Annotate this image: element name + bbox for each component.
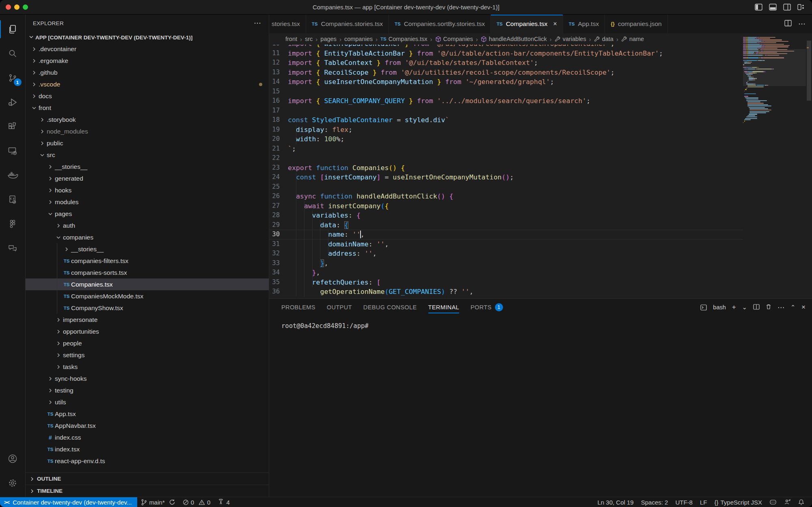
- activity-source-control-icon[interactable]: 1: [0, 66, 26, 90]
- close-panel-icon[interactable]: ×: [801, 303, 806, 311]
- breadcrumb-item-name[interactable]: name: [621, 36, 644, 42]
- close-window-button[interactable]: [6, 4, 11, 10]
- tree-folder-hooks[interactable]: hooks: [26, 184, 269, 196]
- toggle-sidebar-icon[interactable]: [755, 4, 762, 11]
- breadcrumb-item-companies-tsx[interactable]: TSCompanies.tsx: [380, 36, 428, 42]
- indentation-item[interactable]: Spaces: 2: [637, 497, 672, 507]
- problems-item[interactable]: 0 0: [179, 497, 214, 507]
- tab-stories-tsx[interactable]: stories.tsx: [269, 15, 306, 33]
- panel-more-actions-icon[interactable]: ⋯: [777, 303, 784, 312]
- activity-docker-icon[interactable]: [0, 163, 26, 188]
- tree-folder-public[interactable]: public: [26, 137, 269, 149]
- breadcrumb-item-data[interactable]: data: [594, 36, 613, 42]
- activity-explorer-icon[interactable]: [0, 17, 26, 41]
- tree-folder-tasks[interactable]: tasks: [26, 361, 269, 373]
- activity-figma-icon[interactable]: [0, 212, 26, 236]
- tree-folder-companies[interactable]: companies: [26, 231, 269, 243]
- tree-file-react-app-env-d-ts[interactable]: TSreact-app-env.d.ts: [26, 455, 269, 467]
- workspace-section-header[interactable]: APP [CONTAINER DEV-TWENTY-DEV (DEV-TWENT…: [26, 32, 269, 43]
- split-terminal-icon[interactable]: [753, 304, 760, 311]
- new-terminal-icon[interactable]: +: [732, 303, 736, 311]
- timeline-section[interactable]: TIMELINE: [26, 485, 269, 497]
- tree-folder-settings[interactable]: settings: [26, 349, 269, 361]
- tree-folder-utils[interactable]: utils: [26, 396, 269, 408]
- breadcrumb-item-companies[interactable]: companies: [344, 36, 373, 42]
- panel-tab-problems[interactable]: PROBLEMS: [281, 299, 315, 316]
- toggle-panel-icon[interactable]: [769, 4, 777, 11]
- tree-file-index-tsx[interactable]: TSindex.tsx: [26, 443, 269, 455]
- tree-folder-auth[interactable]: auth: [26, 220, 269, 231]
- git-sync-icon[interactable]: [169, 499, 175, 505]
- activity-settings-icon[interactable]: [0, 471, 26, 495]
- feedback-item[interactable]: [780, 497, 795, 507]
- tree-file-companies-filters-tsx[interactable]: TScompanies-filters.tsx: [26, 255, 269, 267]
- tab-companies-stories-tsx[interactable]: TSCompanies.stories.tsx: [306, 15, 389, 33]
- toggle-secondary-sidebar-icon[interactable]: [783, 4, 791, 11]
- tree-file-app-tsx[interactable]: TSApp.tsx: [26, 408, 269, 420]
- tree-file-appnavbar-tsx[interactable]: TSAppNavbar.tsx: [26, 420, 269, 431]
- tree-folder-docs[interactable]: docs: [26, 90, 269, 102]
- notifications-bell-icon[interactable]: [795, 497, 808, 507]
- tree-folder--devcontainer[interactable]: .devcontainer: [26, 43, 269, 55]
- cursor-position-item[interactable]: Ln 30, Col 19: [594, 497, 637, 507]
- tree-file-companies-tsx[interactable]: TSCompanies.tsx: [26, 278, 269, 290]
- tree-folder-generated[interactable]: generated: [26, 173, 269, 184]
- minimap-viewport[interactable]: [743, 49, 806, 86]
- breadcrumb-item-handleaddbuttonclick[interactable]: handleAddButtonClick: [481, 36, 547, 42]
- breadcrumb-item-companies[interactable]: Companies: [435, 36, 473, 42]
- breadcrumb-item-variables[interactable]: variables: [555, 36, 586, 42]
- tree-file-companiesmockmode-tsx[interactable]: TSCompaniesMockMode.tsx: [26, 290, 269, 302]
- git-branch-item[interactable]: main*: [137, 497, 179, 507]
- ports-item[interactable]: 4: [214, 497, 233, 507]
- tree-folder-people[interactable]: people: [26, 337, 269, 349]
- activity-search-icon[interactable]: [0, 41, 26, 66]
- tab-companies-json[interactable]: {}companies.json: [605, 15, 667, 33]
- tree-folder--stories-[interactable]: __stories__: [26, 243, 269, 255]
- outline-section[interactable]: OUTLINE: [26, 472, 269, 485]
- breadcrumb-item-pages[interactable]: pages: [320, 36, 337, 42]
- tree-folder--storybook[interactable]: .storybook: [26, 114, 269, 125]
- activity-extensions-icon[interactable]: [0, 114, 26, 139]
- language-mode-item[interactable]: {} TypeScript JSX: [710, 497, 766, 507]
- panel-tab-ports[interactable]: PORTS1: [471, 299, 503, 316]
- activity-dev-containers-icon[interactable]: [0, 188, 26, 212]
- scrollbar-thumb[interactable]: [807, 41, 811, 101]
- tree-file-companies-sorts-tsx[interactable]: TScompanies-sorts.tsx: [26, 267, 269, 278]
- encoding-item[interactable]: UTF-8: [672, 497, 696, 507]
- tree-file-companyshow-tsx[interactable]: TSCompanyShow.tsx: [26, 302, 269, 314]
- tree-folder--ergomake[interactable]: .ergomake: [26, 55, 269, 67]
- launch-profile-chevron-icon[interactable]: ⌄: [742, 304, 747, 311]
- tree-folder-modules[interactable]: modules: [26, 196, 269, 208]
- tree-file-index-css[interactable]: #index.css: [26, 431, 269, 443]
- activity-account-icon[interactable]: [0, 447, 26, 471]
- panel-tab-debug-console[interactable]: DEBUG CONSOLE: [363, 299, 417, 316]
- terminal-content[interactable]: root@0a42ecd84891:/app#: [269, 316, 812, 497]
- tree-folder-front[interactable]: front: [26, 102, 269, 114]
- explorer-more-actions-icon[interactable]: ⋯: [254, 19, 261, 28]
- minimap[interactable]: [743, 33, 806, 298]
- tree-folder-pages[interactable]: pages: [26, 208, 269, 220]
- remote-indicator[interactable]: >< Container dev-twenty-dev (dev-twenty-…: [0, 497, 137, 507]
- activity-run-debug-icon[interactable]: [0, 90, 26, 114]
- tree-folder-testing[interactable]: testing: [26, 384, 269, 396]
- kill-terminal-icon[interactable]: [766, 304, 771, 311]
- tree-folder--vscode[interactable]: .vscode: [26, 78, 269, 90]
- customize-layout-icon[interactable]: [797, 4, 805, 11]
- tree-folder-opportunities[interactable]: opportunities: [26, 326, 269, 337]
- tree-folder-impersonate[interactable]: impersonate: [26, 314, 269, 326]
- maximize-window-button[interactable]: [23, 4, 28, 10]
- tree-folder--stories-[interactable]: __stories__: [26, 161, 269, 173]
- copilot-item[interactable]: [766, 497, 780, 507]
- panel-tab-terminal[interactable]: TERMINAL: [428, 299, 460, 316]
- tab-app-tsx[interactable]: TSApp.tsx: [563, 15, 605, 33]
- tree-folder-src[interactable]: src: [26, 149, 269, 161]
- minimize-window-button[interactable]: [14, 4, 19, 10]
- split-editor-icon[interactable]: [784, 20, 792, 28]
- eol-item[interactable]: LF: [696, 497, 711, 507]
- activity-comments-icon[interactable]: [0, 236, 26, 261]
- maximize-panel-icon[interactable]: ⌃: [790, 304, 795, 311]
- more-editor-actions-icon[interactable]: ⋯: [798, 19, 806, 28]
- tree-folder-node-modules[interactable]: node_modules: [26, 125, 269, 137]
- activity-remote-explorer-icon[interactable]: [0, 139, 26, 163]
- breadcrumb-item-src[interactable]: src: [305, 36, 313, 42]
